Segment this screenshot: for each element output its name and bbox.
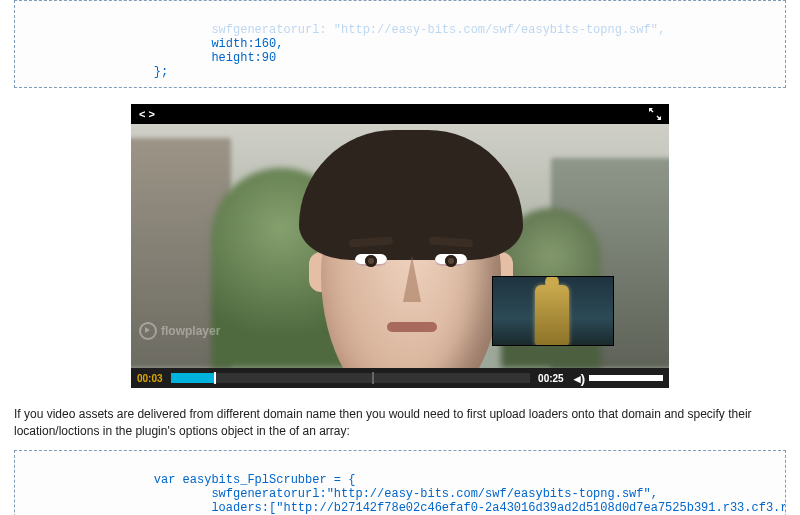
code-line: swfgeneratorurl:"http://easy-bits.com/sw… xyxy=(125,487,658,501)
player-top-bar: < > xyxy=(131,104,669,124)
paragraph-explain: If you video assets are delivered from d… xyxy=(14,406,786,440)
speaker-icon[interactable]: ◂) xyxy=(574,372,585,385)
fullscreen-icon[interactable] xyxy=(649,108,661,120)
code-line: width:160, xyxy=(125,37,283,51)
code-line: swfgeneratorurl: "http://easy-bits.com/s… xyxy=(125,23,665,37)
seek-played xyxy=(171,373,214,383)
video-player: < > flowplayer xyxy=(131,104,669,388)
code-block-top: swfgeneratorurl: "http://easy-bits.com/s… xyxy=(14,0,786,88)
player-controls: 00:03 00:25 ◂) xyxy=(131,368,669,388)
seek-knob[interactable] xyxy=(214,372,216,384)
preview-thumbnail[interactable] xyxy=(492,276,614,346)
code-line: height:90 xyxy=(125,51,276,65)
time-elapsed: 00:03 xyxy=(131,373,169,384)
flowplayer-watermark: flowplayer xyxy=(139,322,220,340)
volume-control[interactable]: ◂) xyxy=(570,372,669,385)
seek-bar[interactable] xyxy=(171,373,531,383)
thumbnail-art xyxy=(493,277,613,345)
svg-marker-0 xyxy=(649,108,654,113)
seek-mid-marker xyxy=(372,372,374,384)
code-line: }; xyxy=(125,65,168,79)
code-line: loaders:["http://b27142f78e02c46efaf0-2a… xyxy=(125,501,786,515)
embed-icon[interactable]: < > xyxy=(139,109,155,120)
video-canvas[interactable]: flowplayer xyxy=(131,124,669,368)
volume-bar[interactable] xyxy=(589,375,663,381)
svg-marker-1 xyxy=(657,116,662,121)
play-icon xyxy=(139,322,157,340)
code-block-bottom: var easybits_FplScrubber = { swfgenerato… xyxy=(14,450,786,515)
time-total: 00:25 xyxy=(532,373,570,384)
code-line: var easybits_FplScrubber = { xyxy=(125,473,355,487)
brand-label: flowplayer xyxy=(161,324,220,338)
